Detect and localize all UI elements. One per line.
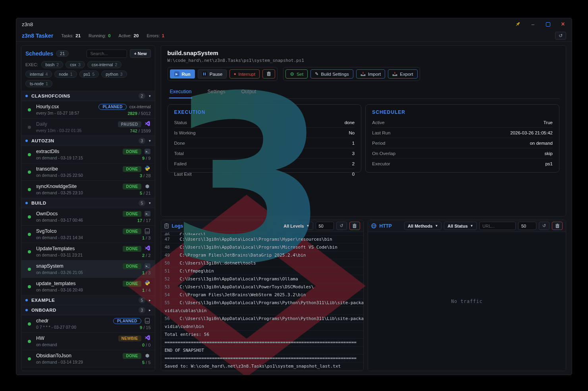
http-url-input[interactable] bbox=[479, 222, 516, 230]
expand-arrow-icon[interactable]: ▸ bbox=[149, 308, 151, 312]
info-value: done bbox=[345, 120, 355, 125]
filter-chip-internal[interactable]: internal4 bbox=[25, 71, 52, 78]
schedule-item-transcribe[interactable]: transcribeon demand - 03-25 22:50DONE3 /… bbox=[21, 163, 155, 181]
schedule-item-owndocs[interactable]: OwnDocson demand - 03-17 00:46DONE>_17 /… bbox=[21, 208, 155, 226]
detail-tabs: ExecutionSettingsOutput bbox=[168, 87, 560, 99]
info-label: Status bbox=[174, 120, 187, 125]
minimize-button[interactable]: – bbox=[530, 21, 536, 27]
search-input[interactable] bbox=[87, 50, 127, 58]
title-bar: z3n8 – × bbox=[16, 18, 572, 30]
tab-execution[interactable]: Execution bbox=[169, 87, 193, 98]
chip-count: 3 bbox=[120, 72, 123, 77]
group-header-right: 3▾ bbox=[139, 138, 151, 144]
item-badge-row: DONE bbox=[123, 280, 150, 287]
filter-chip-python[interactable]: python3 bbox=[101, 71, 127, 78]
trash-icon bbox=[353, 224, 357, 228]
schedule-item-update_templates[interactable]: update_templateson demand - 03-16 20:49D… bbox=[21, 278, 155, 295]
filter-chip-ps1[interactable]: ps15 bbox=[79, 71, 99, 78]
http-method-select[interactable]: All Methods▼ bbox=[404, 222, 441, 230]
execution-rows: StatusdoneIs WorkingNoDone1Total3Failed2… bbox=[174, 117, 355, 179]
group-header-autoz3n[interactable]: AUTOZ3N3▾ bbox=[21, 136, 155, 146]
filter-chip-csx-internal[interactable]: csx-internal2 bbox=[87, 61, 122, 68]
schedule-item-hw[interactable]: HWon demandNEWBIE0 / 0 bbox=[21, 333, 155, 350]
schedule-item-svgtoico[interactable]: SvgToIcoon demand - 03-21 14:34DONEcsx1 … bbox=[21, 226, 155, 243]
visual-studio-icon bbox=[145, 335, 150, 342]
group-header-example[interactable]: EXAMPLE5▸ bbox=[21, 295, 155, 305]
schedule-item-extractdlls[interactable]: extractDllson demand - 03-19 17:15DONE>_… bbox=[21, 146, 155, 163]
status-badge: DONE bbox=[123, 228, 141, 234]
config-control-group: ⚙ Set ✎ Build Settings bbox=[283, 67, 420, 81]
collapse-arrow-icon[interactable]: ▾ bbox=[149, 201, 151, 205]
status-dot bbox=[28, 322, 31, 326]
schedule-item-chedr[interactable]: chedr0 7 * * * - 03-27 07:00PLANNEDcsx9 … bbox=[21, 315, 155, 333]
exec-filter-chips: EXEC: bash2csx3csx-internal2internal4nod… bbox=[21, 61, 155, 91]
interrupt-button[interactable]: ■ Interrupt bbox=[229, 69, 260, 79]
new-schedule-button[interactable]: + New bbox=[130, 49, 150, 58]
group-header-build[interactable]: BUILD5▾ bbox=[21, 198, 155, 208]
item-schedule: every 10m - 03-22 01:35 bbox=[36, 128, 81, 133]
log-text: C:\Users\l3gi0n\.dotnet\tools bbox=[180, 261, 256, 266]
powershell-icon: >_ bbox=[145, 263, 150, 269]
schedule-item-updatetemplates[interactable]: UpdateTemplateson demand - 03-11 23:21DO… bbox=[21, 243, 155, 261]
set-button[interactable]: ⚙ Set bbox=[285, 69, 308, 79]
log-level-select[interactable]: All Levels▼ bbox=[280, 222, 313, 230]
tab-settings[interactable]: Settings bbox=[206, 87, 226, 98]
filter-chip-ts-node[interactable]: ts-node1 bbox=[25, 80, 52, 87]
schedule-item-hourly-csx[interactable]: Hourly.csxevery 3m - 03-27 18:57PLANNEDc… bbox=[21, 101, 155, 119]
filter-chip-node[interactable]: node1 bbox=[54, 71, 77, 78]
stat-value: 0 bbox=[108, 33, 110, 38]
http-clear-button[interactable] bbox=[552, 222, 563, 230]
item-right: DONE3 / 28 bbox=[123, 166, 150, 178]
logs-clear-button[interactable] bbox=[349, 222, 360, 230]
schedule-item-snapsystem[interactable]: snapSystemon demand - 03-26 21:05DONE>_1… bbox=[21, 261, 155, 278]
refresh-button[interactable]: ↺ bbox=[555, 32, 566, 40]
item-right: DONE2 / 2 bbox=[123, 245, 150, 258]
log-text: C:\Program Files\JetBrains\DataGrip 2025… bbox=[180, 253, 306, 258]
chip-name: internal bbox=[30, 72, 43, 77]
group-header-clashofcoins[interactable]: CLASHOFCOINS2▾ bbox=[21, 91, 155, 101]
runs-done: 5 bbox=[140, 191, 142, 196]
info-row: Executorps1 bbox=[372, 159, 553, 169]
filter-chip-csx[interactable]: csx3 bbox=[66, 61, 85, 68]
status-badge: DONE bbox=[123, 263, 141, 269]
clipboard-icon bbox=[164, 223, 169, 228]
item-info: OwnDocson demand - 03-17 00:46 bbox=[36, 211, 83, 222]
group-header-onboard[interactable]: ONBOARD3▸ bbox=[21, 305, 155, 315]
schedule-item-daily[interactable]: Dailyevery 10m - 03-22 01:35PAUSED742 / … bbox=[21, 119, 155, 136]
tab-output[interactable]: Output bbox=[241, 87, 257, 98]
schedule-item-syncknowldgesite[interactable]: syncKnowldgeSiteon demand - 03-25 23:10D… bbox=[21, 181, 155, 198]
import-button[interactable]: Import bbox=[356, 69, 386, 79]
build-settings-button[interactable]: ✎ Build Settings bbox=[310, 69, 353, 79]
info-row: Is WorkingNo bbox=[174, 128, 355, 138]
close-button[interactable]: × bbox=[560, 21, 566, 27]
schedule-item-obsidiantojson[interactable]: ObsidianToJsonon demand - 03-14 19:29DON… bbox=[21, 350, 155, 368]
delete-task-button[interactable] bbox=[262, 69, 275, 79]
item-schedule: on demand - 03-17 00:46 bbox=[36, 218, 83, 222]
logs-refresh-button[interactable]: ↺ bbox=[336, 222, 347, 230]
http-limit-input[interactable] bbox=[518, 222, 536, 230]
log-line-number: 56 bbox=[165, 316, 175, 321]
collapse-arrow-icon[interactable]: ▾ bbox=[149, 139, 151, 143]
http-status-select[interactable]: All Status▼ bbox=[444, 222, 477, 230]
pin-icon[interactable] bbox=[515, 21, 521, 27]
group-header-right: 3▸ bbox=[139, 307, 151, 313]
log-limit-input[interactable] bbox=[316, 222, 334, 230]
log-row: 47C:\Users\l3gi0n\AppData\Local\Programs… bbox=[161, 236, 363, 243]
group-count-badge: 2 bbox=[139, 93, 145, 99]
item-name: OwnDocs bbox=[36, 211, 83, 217]
runs-done: 5 bbox=[142, 360, 145, 365]
chip-name: ts-node bbox=[30, 81, 44, 86]
collapse-arrow-icon[interactable]: ▾ bbox=[149, 94, 151, 98]
item-schedule: on demand - 03-26 21:05 bbox=[36, 270, 83, 275]
maximize-button[interactable] bbox=[545, 21, 551, 27]
runs-done: 2829 bbox=[127, 111, 137, 116]
status-badge: DONE bbox=[123, 281, 141, 287]
filter-chip-bash[interactable]: bash2 bbox=[41, 61, 64, 68]
expand-arrow-icon[interactable]: ▸ bbox=[149, 298, 151, 302]
export-button[interactable]: Export bbox=[388, 69, 417, 79]
info-row: Last Run2026-03-26 21:05:42 bbox=[372, 128, 553, 138]
run-button[interactable]: ▶ Run bbox=[170, 69, 195, 79]
http-refresh-button[interactable]: ↺ bbox=[539, 222, 549, 230]
log-line-number: 49 bbox=[165, 253, 175, 258]
pause-button[interactable]: Pause bbox=[198, 69, 227, 79]
